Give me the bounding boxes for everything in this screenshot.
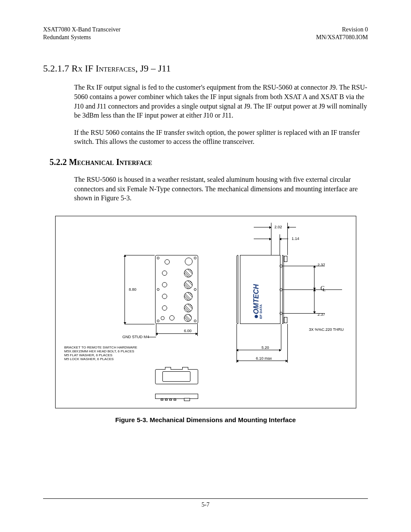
- section-heading-rx-if: 5.2.1.7 Rx IF Interfaces, J9 – J11: [43, 63, 368, 74]
- figure-caption: Figure 5-3. Mechanical Dimensions and Mo…: [55, 416, 356, 423]
- screw-icon: [157, 288, 159, 291]
- connector-icon: [184, 292, 193, 301]
- section-heading-mechanical: 5.2.2 Mechanical Interface: [50, 157, 368, 167]
- connector-icon: [165, 259, 170, 264]
- connector-icon: [162, 271, 167, 276]
- connector-icon: [184, 304, 193, 312]
- port-icon: [174, 399, 176, 401]
- thru-note: 3X %%C.220 THRU: [309, 327, 344, 332]
- page-number: 5-7: [202, 501, 210, 508]
- gnd-stud-label: GND STUD M4: [122, 335, 149, 339]
- paragraph: The Rx IF output signal is fed to the cu…: [74, 83, 368, 120]
- port-icon: [165, 399, 168, 401]
- header-product: XSAT7080 X-Band Transceiver: [43, 26, 121, 34]
- header-subtitle: Redundant Systems: [43, 34, 121, 41]
- page-header: XSAT7080 X-Band Transceiver Redundant Sy…: [43, 26, 368, 41]
- screw-icon: [157, 257, 159, 259]
- connector-icon: [184, 280, 193, 289]
- paragraph: The RSU-5060 is housed in a weather resi…: [74, 175, 368, 203]
- bracket-note: BRACKET TO REMOTE SWITCH HARDWARE M5X.08…: [64, 345, 137, 361]
- unit-top-view: [155, 255, 198, 324]
- screw-icon: [194, 257, 196, 259]
- dim-label: 2.02: [274, 225, 282, 229]
- connector-icon: [185, 258, 193, 265]
- unit-bottom-view: [155, 394, 198, 399]
- port-icon: [161, 399, 163, 401]
- header-revision: Revision 0: [316, 26, 368, 34]
- connector-icon: [184, 314, 192, 322]
- tab-icon: [284, 256, 287, 262]
- bump-icon: [182, 367, 188, 370]
- connector-icon: [184, 269, 193, 277]
- dim-label: 6.00: [184, 329, 192, 333]
- dim-label: 1.14: [292, 236, 299, 241]
- panel-icon: [162, 371, 190, 382]
- dim-label: 8.80: [129, 287, 137, 292]
- figure-5-3: 8.80 6.00 GND STUD M4 BRACKET TO REMOTE …: [55, 216, 356, 423]
- page-footer: 5-7: [43, 498, 368, 508]
- bump-icon: [165, 367, 171, 370]
- dim-label: 2.37: [318, 312, 325, 317]
- dim-label: 2.37: [318, 263, 325, 267]
- connector-icon: [162, 305, 167, 311]
- port-icon: [169, 399, 172, 401]
- figure-frame: 8.80 6.00 GND STUD M4 BRACKET TO REMOTE …: [55, 216, 356, 408]
- port-icon: [184, 398, 190, 401]
- rail-icon: [238, 255, 240, 324]
- paragraph: If the RSU 5060 contains the IF transfer…: [74, 128, 368, 146]
- connector-icon: [162, 282, 167, 287]
- screw-icon: [157, 320, 159, 322]
- efdata-logo: EF DATA: [259, 304, 263, 318]
- connector-icon: [169, 315, 174, 320]
- connector-icon: [162, 294, 167, 299]
- gnd-stud-icon: [161, 316, 165, 320]
- screw-icon: [194, 288, 196, 291]
- dim-label: 6.10 max: [256, 356, 272, 361]
- screw-icon: [194, 320, 196, 322]
- header-docnum: MN/XSAT7080.IOM: [316, 34, 368, 41]
- tab-icon: [284, 317, 287, 323]
- dim-label: 5.20: [262, 345, 269, 350]
